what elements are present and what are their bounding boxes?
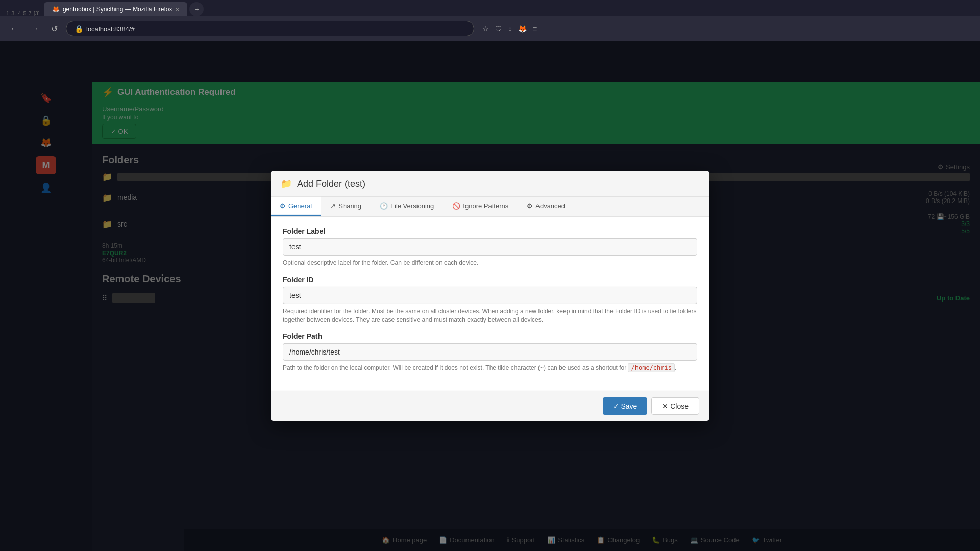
tab-sharing[interactable]: ↗ Sharing (321, 197, 371, 216)
lock-icon: 🔒 (75, 24, 83, 33)
forward-button[interactable]: → (27, 22, 43, 35)
general-tab-icon: ⚙ (280, 202, 286, 210)
browser-chrome: 1 3. 4 5 7 [3] 🦊 gentoobox | Syncthing —… (0, 0, 980, 41)
tab-close-button[interactable]: ✕ (175, 7, 179, 12)
bookmark-icon[interactable]: ☆ (482, 24, 489, 33)
tab-file-versioning[interactable]: 🕐 File Versioning (371, 197, 443, 216)
tab-ignore-patterns[interactable]: 🚫 Ignore Patterns (443, 197, 518, 216)
modal-header: 📁 Add Folder (test) (271, 171, 709, 197)
new-tab-button[interactable]: + (189, 2, 204, 16)
reload-button[interactable]: ↺ (47, 22, 62, 36)
folder-path-help-suffix: . (675, 364, 676, 371)
close-button[interactable]: ✕ Close (651, 397, 699, 415)
address-display[interactable]: localhost:8384/# (86, 25, 135, 33)
sync-icon[interactable]: ↕ (508, 24, 512, 33)
versioning-tab-icon: 🕐 (380, 202, 388, 210)
folder-label-help: Optional descriptive label for the folde… (283, 259, 697, 267)
tab-favicon: 🦊 (52, 6, 60, 13)
folder-label-label: Folder Label (283, 227, 697, 235)
sharing-tab-icon: ↗ (330, 202, 336, 210)
advanced-tab-label: Advanced (535, 202, 565, 210)
folder-label-group: Folder Label Optional descriptive label … (283, 227, 697, 267)
modal-tabs: ⚙ General ↗ Sharing 🕐 File Versioning 🚫 … (271, 197, 709, 217)
tab-bar: 1 3. 4 5 7 [3] 🦊 gentoobox | Syncthing —… (0, 0, 980, 16)
menu-icon[interactable]: ≡ (533, 24, 537, 33)
general-tab-label: General (288, 202, 312, 210)
tab-title: gentoobox | Syncthing — Mozilla Firefox (63, 6, 173, 13)
folder-path-input[interactable] (283, 343, 697, 361)
advanced-tab-icon: ⚙ (527, 202, 533, 210)
tab-general[interactable]: ⚙ General (271, 197, 321, 216)
folder-id-help: Required identifier for the folder. Must… (283, 307, 697, 324)
folder-label-input[interactable] (283, 238, 697, 256)
modal-body: Folder Label Optional descriptive label … (271, 217, 709, 391)
add-folder-modal: 📁 Add Folder (test) ⚙ General ↗ Sharing … (271, 171, 709, 421)
nav-bar: ← → ↺ 🔒 localhost:8384/# ☆ 🛡 ↕ 🦊 ≡ (0, 16, 980, 41)
active-tab[interactable]: 🦊 gentoobox | Syncthing — Mozilla Firefo… (44, 2, 188, 16)
modal-title: Add Folder (test) (297, 178, 365, 189)
folder-path-code: /home/chris (628, 363, 674, 372)
save-button[interactable]: ✓ Save (603, 397, 648, 415)
nav-actions: ☆ 🛡 ↕ 🦊 ≡ (482, 24, 537, 33)
folder-id-group: Folder ID Required identifier for the fo… (283, 276, 697, 324)
folder-id-input[interactable] (283, 287, 697, 304)
ignore-tab-label: Ignore Patterns (463, 202, 508, 210)
back-button[interactable]: ← (6, 22, 22, 35)
workspace-tabs: 1 3. 4 5 7 [3] (4, 10, 42, 16)
firefox-icon: 🦊 (518, 24, 527, 33)
sharing-tab-label: Sharing (338, 202, 361, 210)
tab-advanced[interactable]: ⚙ Advanced (518, 197, 574, 216)
versioning-tab-label: File Versioning (390, 202, 434, 210)
folder-path-group: Folder Path Path to the folder on the lo… (283, 332, 697, 372)
extension-icon[interactable]: 🛡 (495, 24, 502, 33)
folder-path-label: Folder Path (283, 332, 697, 340)
modal-folder-icon: 📁 (281, 178, 292, 189)
ignore-tab-icon: 🚫 (452, 202, 460, 210)
folder-path-help: Path to the folder on the local computer… (283, 364, 697, 372)
folder-id-label: Folder ID (283, 276, 697, 284)
modal-footer: ✓ Save ✕ Close (271, 391, 709, 421)
modal-backdrop: 📁 Add Folder (test) ⚙ General ↗ Sharing … (0, 41, 980, 551)
folder-path-help-prefix: Path to the folder on the local computer… (283, 364, 628, 371)
